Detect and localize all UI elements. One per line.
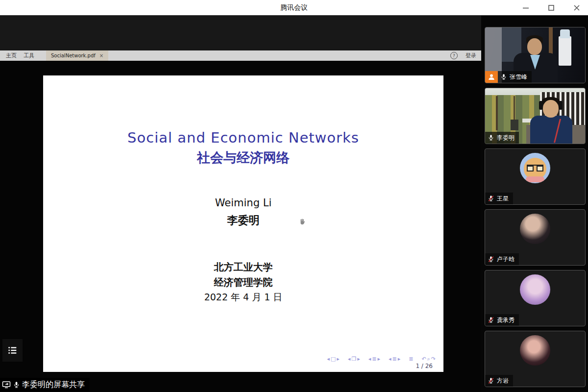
participant-name: 卢子晗 (497, 255, 514, 264)
nav-section-icons[interactable]: ◂≣▸ (368, 356, 381, 362)
window-controls (519, 0, 583, 16)
participant-tile[interactable]: 王星 (485, 148, 586, 205)
nav-subsection-icons[interactable]: ◂≣▸ (389, 356, 401, 362)
window-title: 腾讯会议 (280, 3, 308, 12)
nav-frame-icons[interactable]: ◂□▸ (327, 356, 340, 362)
slide-title-zh: 社会与经济网络 (43, 149, 443, 167)
screen-share-banner: 李委明的屏幕共享 (0, 378, 90, 392)
slide-date: 2022 年 4 月 1 日 (43, 291, 443, 304)
hand-cursor-icon (299, 218, 306, 227)
login-button[interactable]: 登录 (466, 52, 476, 59)
participant-tile[interactable]: 李委明 (485, 88, 586, 144)
outline-toggle-button[interactable] (2, 339, 23, 362)
participant-name: 李委明 (497, 134, 514, 142)
pdf-viewport: Social and Economic Networks 社会与经济网络 Wei… (0, 61, 481, 392)
minimize-button[interactable] (519, 1, 532, 14)
nav-back-search-forward-icons[interactable]: ↶⌕↷ (421, 356, 437, 362)
participant-namebar: 卢子晗 (485, 253, 519, 265)
maximize-button[interactable] (545, 1, 558, 14)
avatar (520, 214, 550, 244)
close-button[interactable] (570, 1, 583, 14)
pdf-menu: 主页 工具 (0, 52, 40, 59)
slide-author-en: Weiming Li (43, 197, 443, 209)
sharing-presenter-badge (485, 71, 498, 83)
participant-tile[interactable]: 方岩 (485, 331, 586, 387)
slide-title-en: Social and Economic Networks (43, 129, 443, 146)
avatar (520, 335, 550, 366)
nav-overlay-icons[interactable]: ◂❐▸ (348, 356, 361, 362)
screen-share-icon (2, 380, 11, 389)
participant-tile[interactable]: 龚承秀 (485, 270, 586, 326)
list-icon (7, 345, 18, 356)
mic-icon (13, 381, 20, 389)
slide-author-zh: 李委明 (43, 213, 443, 228)
screen-share-label: 李委明的屏幕共享 (22, 380, 85, 390)
mic-muted-icon (488, 317, 494, 323)
participant-namebar: 方岩 (485, 375, 513, 387)
slide-affiliation-school: 经济管理学院 (43, 276, 443, 289)
participant-namebar: 王星 (485, 193, 513, 204)
page-indicator: 1 / 26 (416, 363, 433, 369)
mic-on-icon (500, 74, 507, 80)
mic-muted-icon (488, 256, 494, 263)
participant-name: 龚承秀 (497, 316, 514, 324)
person-icon (488, 73, 495, 81)
pdf-tabbar: 主页 工具 SocialNetwork.pdf × ? 登录 (0, 50, 481, 61)
help-icon[interactable]: ? (450, 52, 458, 59)
menu-item-tools[interactable]: 工具 (24, 52, 34, 59)
menu-item-home[interactable]: 主页 (6, 52, 17, 59)
participant-tile[interactable]: 卢子晗 (485, 209, 586, 266)
participant-namebar: 张雪峰 (485, 71, 532, 83)
mic-muted-icon (488, 377, 494, 384)
beamer-navigation[interactable]: ◂□▸ ◂❐▸ ◂≣▸ ◂≣▸ ≣ ↶⌕↷ (327, 356, 437, 362)
tab-close-icon[interactable]: × (99, 53, 103, 58)
participant-namebar: 李委明 (485, 132, 519, 144)
participant-name: 王星 (497, 195, 509, 203)
pdf-tab-label: SocialNetwork.pdf (51, 53, 96, 58)
meeting-main: 主页 工具 SocialNetwork.pdf × ? 登录 Social an… (0, 16, 588, 392)
avatar (520, 153, 550, 183)
shared-screen-top-strip (0, 16, 481, 50)
participant-tile[interactable]: 张雪峰 (485, 27, 586, 83)
window-titlebar: 腾讯会议 (0, 0, 588, 16)
avatar (520, 274, 550, 305)
participant-name: 方岩 (497, 377, 509, 385)
mic-muted-icon (488, 195, 494, 202)
nav-doc-icon[interactable]: ≣ (409, 356, 414, 362)
participant-name: 张雪峰 (510, 73, 527, 81)
pdf-document-tab[interactable]: SocialNetwork.pdf × (46, 50, 108, 61)
mic-on-icon (488, 134, 494, 141)
shared-screen-area: 主页 工具 SocialNetwork.pdf × ? 登录 Social an… (0, 16, 481, 392)
participant-namebar: 龚承秀 (485, 314, 519, 326)
participants-panel: 张雪峰 李委明 (481, 16, 588, 392)
pdf-tabbar-right: ? 登录 (450, 52, 481, 59)
slide-affiliation-university: 北方工业大学 (43, 261, 443, 274)
slide-page: Social and Economic Networks 社会与经济网络 Wei… (43, 75, 443, 372)
